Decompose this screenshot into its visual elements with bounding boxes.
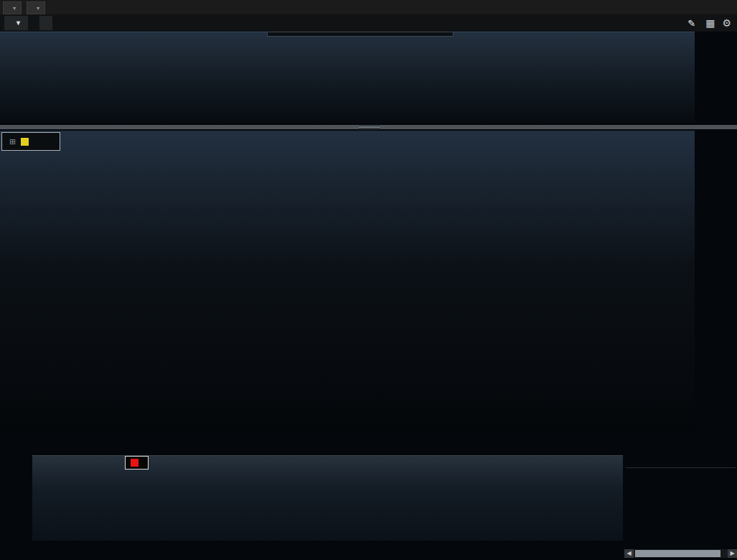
horizontal-scrollbar[interactable]: ◀ ▶	[624, 549, 737, 558]
pencil-icon: ✎	[687, 18, 695, 29]
legend-title	[268, 32, 453, 36]
panel-splitter[interactable]	[0, 125, 737, 129]
price-chart-legend[interactable]	[267, 32, 454, 37]
spread-chart-legend[interactable]: ⊞	[1, 132, 60, 151]
edit-chart-button[interactable]: ✎	[685, 16, 702, 30]
collapse-icon[interactable]	[677, 16, 685, 30]
regression-statistics-panel	[626, 454, 736, 468]
edit-annotations-icon[interactable]: ▦	[702, 16, 718, 30]
scroll-right-icon[interactable]: ▶	[728, 549, 737, 558]
actions-menu[interactable]: ▾	[3, 1, 22, 14]
dropdown-arrow-icon: ▼	[15, 19, 22, 27]
regression-legend[interactable]	[125, 456, 149, 470]
chart-toolbar: ▼ ✎ ▦ ⚙	[0, 14, 737, 32]
splitter-grip-icon	[359, 126, 380, 129]
chevron-down-icon: ▾	[13, 5, 16, 11]
price-chart-panel[interactable]	[0, 32, 695, 123]
table-button[interactable]	[39, 16, 52, 30]
series-swatch	[21, 138, 29, 146]
settings-gear-icon[interactable]: ⚙	[718, 16, 735, 30]
scatter-plot-panel[interactable]	[32, 455, 623, 541]
regression-swatch	[131, 459, 139, 467]
spread-chart-panel[interactable]	[0, 131, 695, 431]
bloomberg-chart-window: ▾ ▾ ▼ ✎ ▦ ⚙ ⊞	[0, 0, 737, 560]
scatter-y-axis-label	[13, 455, 24, 540]
edit-menu[interactable]: ▾	[27, 1, 45, 14]
expand-icon[interactable]: ⊞	[9, 138, 16, 146]
scroll-left-icon[interactable]: ◀	[624, 549, 634, 558]
chevron-down-icon: ▾	[37, 5, 39, 11]
frequency-dropdown[interactable]: ▼	[4, 16, 28, 30]
menubar: ▾ ▾	[0, 0, 737, 14]
scrollbar-thumb[interactable]	[635, 550, 720, 557]
stats-title	[626, 454, 736, 468]
